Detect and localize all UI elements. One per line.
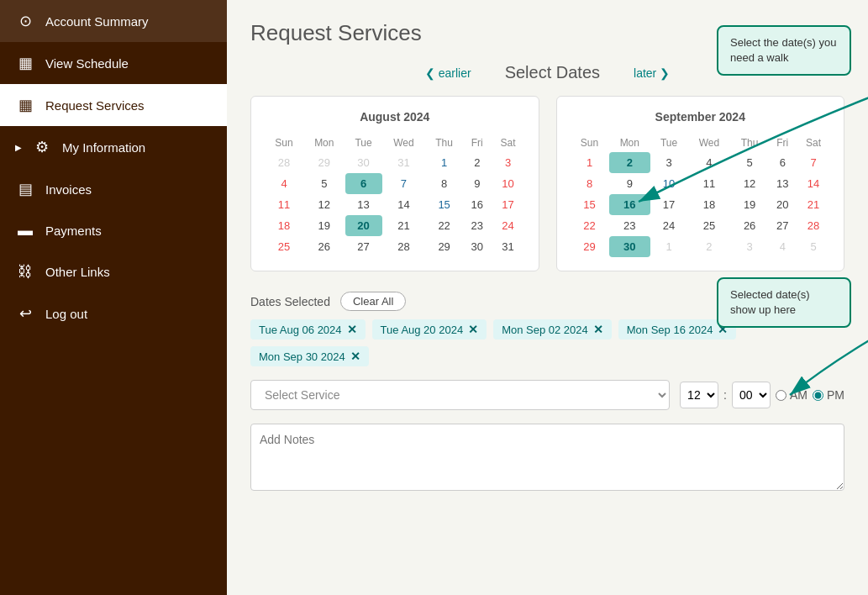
- sidebar-item-invoices[interactable]: ▤Invoices: [0, 168, 227, 210]
- calendar-day-cell[interactable]: 2: [609, 152, 651, 173]
- calendar-day-cell[interactable]: 12: [303, 194, 345, 215]
- calendar-day-cell[interactable]: 31: [492, 236, 525, 257]
- calendar-day-cell[interactable]: 23: [463, 215, 492, 236]
- calendar-day-cell[interactable]: 15: [425, 194, 463, 215]
- sidebar-item-label: View Schedule: [45, 56, 129, 71]
- calendar-day-cell[interactable]: 16: [609, 194, 651, 215]
- date-chip-label: Mon Sep 30 2024: [259, 350, 345, 363]
- later-link[interactable]: later ❯: [634, 66, 670, 80]
- calendar-day-cell[interactable]: 20: [345, 215, 382, 236]
- calendar-day-cell[interactable]: 14: [382, 194, 426, 215]
- calendar-day-cell[interactable]: 13: [769, 173, 797, 194]
- calendar-day-cell[interactable]: 14: [797, 173, 830, 194]
- remove-date-button[interactable]: ✕: [350, 350, 360, 363]
- calendar-day-cell[interactable]: 27: [769, 215, 797, 236]
- calendar-day-cell[interactable]: 16: [463, 194, 492, 215]
- earlier-link[interactable]: ❮ earlier: [425, 66, 471, 80]
- calendar-day-cell[interactable]: 11: [265, 194, 303, 215]
- calendar-day-cell[interactable]: 7: [797, 152, 830, 173]
- calendar-day-cell[interactable]: 27: [345, 236, 382, 257]
- calendar-day-cell[interactable]: 2: [463, 152, 492, 173]
- calendar-day-cell[interactable]: 18: [265, 215, 303, 236]
- remove-date-button[interactable]: ✕: [468, 323, 478, 336]
- calendar-table: SunMonTueWedThuFriSat1234567891011121314…: [571, 134, 831, 257]
- calendar-day-cell[interactable]: 10: [492, 173, 525, 194]
- calendar-day-cell[interactable]: 15: [571, 194, 609, 215]
- calendar-day-cell[interactable]: 21: [382, 215, 426, 236]
- calendar-day-header: Thu: [731, 134, 769, 152]
- calendar-day-cell[interactable]: 11: [687, 173, 731, 194]
- calendar-day-cell[interactable]: 1: [425, 152, 463, 173]
- sidebar-item-view-schedule[interactable]: ▦View Schedule: [0, 42, 227, 84]
- calendar-day-cell[interactable]: 25: [687, 215, 731, 236]
- my-information-icon: ⚙: [32, 138, 52, 156]
- calendar-day-cell[interactable]: 9: [463, 173, 492, 194]
- calendar-day-cell[interactable]: 12: [731, 173, 769, 194]
- calendar-day-cell[interactable]: 28: [797, 215, 830, 236]
- main-content: Request Services ❮ earlier Select Dates …: [227, 0, 868, 595]
- sidebar-item-log-out[interactable]: ↩Log out: [0, 292, 227, 334]
- calendar-day-cell[interactable]: 28: [382, 236, 426, 257]
- calendar-day-cell[interactable]: 26: [731, 215, 769, 236]
- sidebar-item-other-links[interactable]: ⛓Other Links: [0, 251, 227, 292]
- calendar-day-cell[interactable]: 5: [731, 152, 769, 173]
- calendar-day-cell[interactable]: 19: [731, 194, 769, 215]
- calendar-day-cell[interactable]: 17: [492, 194, 525, 215]
- calendar-day-cell: 2: [687, 236, 731, 257]
- calendar-day-cell[interactable]: 20: [769, 194, 797, 215]
- calendar-day-cell[interactable]: 22: [571, 215, 609, 236]
- calendar-day-header: Sat: [797, 134, 830, 152]
- dates-selected-label: Dates Selected: [250, 295, 330, 308]
- calendar-day-header: Mon: [609, 134, 651, 152]
- calendar-day-cell[interactable]: 29: [425, 236, 463, 257]
- hour-select[interactable]: 12 1234 5678 91011: [680, 382, 718, 408]
- sidebar-item-request-services[interactable]: ▦Request Services: [0, 84, 227, 126]
- calendar-day-cell[interactable]: 5: [303, 173, 345, 194]
- calendar-day-cell[interactable]: 29: [571, 236, 609, 257]
- calendar-day-cell[interactable]: 9: [609, 173, 651, 194]
- calendar-day-cell[interactable]: 6: [769, 152, 797, 173]
- request-services-icon: ▦: [15, 96, 35, 114]
- calendar-day-cell[interactable]: 7: [382, 173, 426, 194]
- service-select[interactable]: Select Service: [250, 380, 670, 410]
- calendar-day-cell[interactable]: 1: [571, 152, 609, 173]
- calendar-day-cell[interactable]: 19: [303, 215, 345, 236]
- calendar-day-cell[interactable]: 8: [571, 173, 609, 194]
- calendar-day-cell[interactable]: 21: [797, 194, 830, 215]
- pm-label[interactable]: PM: [813, 388, 844, 402]
- calendar-day-cell[interactable]: 8: [425, 173, 463, 194]
- calendar-day-cell[interactable]: 24: [650, 215, 687, 236]
- calendar-day-cell[interactable]: 26: [303, 236, 345, 257]
- am-label[interactable]: AM: [776, 388, 808, 402]
- calendar-day-header: Sun: [265, 134, 303, 152]
- calendar-day-cell[interactable]: 4: [265, 173, 303, 194]
- sidebar-item-my-information[interactable]: ▶⚙My Information: [0, 126, 227, 168]
- minute-select[interactable]: 00153045: [732, 382, 771, 408]
- calendar-day-cell: 1: [650, 236, 687, 257]
- calendar-day-cell[interactable]: 3: [650, 152, 687, 173]
- clear-all-button[interactable]: Clear All: [340, 292, 406, 311]
- calendar-day-cell[interactable]: 30: [609, 236, 651, 257]
- calendar-day-cell[interactable]: 22: [425, 215, 463, 236]
- notes-textarea[interactable]: [250, 424, 844, 491]
- remove-date-button[interactable]: ✕: [347, 323, 357, 336]
- remove-date-button[interactable]: ✕: [593, 323, 603, 336]
- calendar-day-cell[interactable]: 3: [492, 152, 525, 173]
- calendar-day-cell[interactable]: 18: [687, 194, 731, 215]
- calendar-day-cell[interactable]: 17: [650, 194, 687, 215]
- calendar-table: SunMonTueWedThuFriSat2829303112345678910…: [265, 134, 525, 257]
- calendar-day-cell[interactable]: 13: [345, 194, 382, 215]
- pm-radio[interactable]: [813, 390, 823, 401]
- calendar-day-cell[interactable]: 6: [345, 173, 382, 194]
- am-radio[interactable]: [776, 390, 786, 401]
- calendar-day-cell: 5: [797, 236, 830, 257]
- calendar-day-cell[interactable]: 4: [687, 152, 731, 173]
- calendar-day-cell[interactable]: 10: [650, 173, 687, 194]
- date-chip-label: Mon Sep 16 2024: [627, 324, 713, 336]
- calendar-day-cell[interactable]: 23: [609, 215, 651, 236]
- calendar-day-cell[interactable]: 30: [463, 236, 492, 257]
- sidebar-item-account-summary[interactable]: ⊙Account Summary: [0, 0, 227, 42]
- sidebar-item-payments[interactable]: ▬Payments: [0, 210, 227, 251]
- calendar-day-cell[interactable]: 24: [492, 215, 525, 236]
- calendar-day-cell[interactable]: 25: [265, 236, 303, 257]
